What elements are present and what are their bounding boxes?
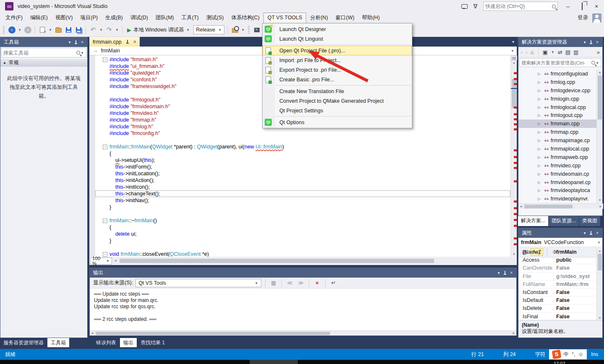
expand-arrow-icon[interactable]: ▷ [538, 80, 542, 84]
new-file-icon[interactable] [40, 27, 45, 33]
scrollbar-thumb[interactable] [598, 75, 602, 120]
menu-item[interactable]: QtQt Options [263, 117, 412, 127]
menubar-item-13[interactable]: 窗口(W) [332, 13, 358, 23]
configuration-select[interactable]: Release▾ [193, 25, 224, 34]
menu-item[interactable]: QtLaunch Qt Linguist [263, 34, 412, 44]
property-row[interactable]: FullNamefrmMain::frm [518, 281, 597, 289]
solution-tab-2[interactable]: 团队资源... [549, 216, 579, 226]
property-row[interactable]: IsFinalFalse [518, 313, 597, 321]
scrollbar-track[interactable] [511, 66, 517, 251]
window-tab-输出[interactable]: 输出 [120, 338, 137, 347]
code-line[interactable]: this->changeText(); [95, 190, 510, 197]
scroll-left-icon[interactable]: ◄ [519, 205, 523, 208]
restore-button[interactable] [578, 3, 586, 10]
file-item[interactable]: ▷++frmlogdevice.cpp [518, 86, 597, 95]
file-item[interactable]: ▷++frmconfigupload [518, 70, 597, 78]
solution-search-input[interactable] [521, 60, 591, 65]
solution-search[interactable]: ▾ [519, 58, 601, 67]
goto-message-icon[interactable]: ▦ [269, 280, 278, 286]
property-row[interactable]: IsConstantFalse [518, 289, 597, 296]
scroll-down-icon[interactable]: ▼ [511, 252, 517, 256]
pin-icon[interactable] [503, 270, 507, 276]
expand-arrow-icon[interactable]: ▷ [538, 72, 542, 76]
file-item[interactable]: ▷++frmlog.cpp [518, 78, 597, 86]
scroll-up-icon[interactable]: ▲ [597, 70, 603, 74]
code-line[interactable]: delete ui; [95, 231, 510, 237]
redo-icon[interactable]: ↷ [105, 25, 113, 35]
property-row[interactable]: IsDefaultFalse [518, 296, 597, 304]
file-item[interactable]: ▷++frmvideopanel.cp [518, 178, 597, 187]
fold-marker-icon[interactable] [102, 217, 109, 224]
window-position-icon[interactable]: ▾ [66, 40, 73, 44]
toolbar-grip[interactable] [3, 26, 5, 34]
toolbox-section-general[interactable]: ▲ 常规 [0, 58, 87, 67]
solution-explorer-header[interactable]: 解决方案资源管理器 ▾ × [518, 37, 602, 47]
expand-arrow-icon[interactable]: ▷ [538, 138, 542, 143]
object-dropdown-icon[interactable]: ▾ [598, 240, 600, 244]
find-in-files-icon[interactable] [232, 28, 238, 33]
sign-in-link[interactable]: 登录 [578, 14, 588, 21]
pin-icon[interactable] [589, 231, 593, 236]
expand-arrow-icon[interactable]: ▷ [538, 97, 542, 101]
scrollbar-thumb[interactable] [598, 254, 602, 270]
attach-process-icon[interactable] [254, 28, 260, 32]
code-line[interactable]: void frmMain::closeEvent(QCloseEvent *e) [95, 251, 510, 257]
file-item[interactable]: ▷++frmlogin.cpp [518, 95, 597, 103]
file-item[interactable]: ▷++frmvideo.cpp [518, 161, 597, 170]
ime-emoji-icon[interactable]: ☺ [578, 351, 584, 357]
back-dropdown-icon[interactable]: ▾ [18, 28, 22, 32]
code-line[interactable]: this->initLocation(); [95, 170, 510, 177]
navigate-back-icon[interactable]: ‹ [8, 26, 16, 34]
scroll-right-icon[interactable]: ► [512, 331, 515, 335]
filter-icon[interactable]: ∇ [474, 3, 477, 10]
menubar-item-12[interactable]: 分析(N) [306, 13, 331, 23]
toolbox-header[interactable]: 工具箱 ▾ × [0, 37, 87, 47]
save-all-icon[interactable] [76, 27, 81, 33]
tab-frmmain-cpp[interactable]: frmmain.cpp × [89, 37, 140, 47]
forward-icon[interactable]: › [526, 49, 527, 55]
code-line[interactable] [95, 244, 510, 251]
clear-all-icon[interactable]: × [313, 280, 321, 286]
property-row[interactable]: IsDeleteFalse [518, 304, 597, 312]
property-row[interactable]: (Name)frmMain [518, 248, 597, 256]
properties-header[interactable]: 属性 ▾ × [518, 228, 602, 238]
code-line[interactable]: } [95, 237, 510, 244]
file-item[interactable]: ▷++frmvideoplayloca [518, 186, 597, 195]
file-item[interactable]: ▷++frmmap.cpp [518, 128, 597, 136]
file-item[interactable]: ▷++frmloglocal.cpp [518, 103, 597, 112]
zoom-select[interactable]: 100 %▾ [90, 257, 112, 265]
feedback-icon[interactable] [461, 4, 468, 9]
toolbar-grip[interactable] [248, 26, 250, 34]
minimize-button[interactable]: – [564, 3, 572, 10]
sync-icon[interactable]: ⇄ [558, 49, 562, 55]
pending-changes-icon[interactable]: ▣ [543, 49, 548, 55]
expand-arrow-icon[interactable]: ▷ [538, 88, 542, 93]
scroll-up-icon[interactable]: ▲ [597, 249, 603, 253]
save-icon[interactable] [66, 27, 71, 33]
solution-vertical-scrollbar[interactable]: ▲ ▼ [596, 70, 602, 203]
menu-item[interactable]: Create New Translation File [263, 86, 412, 96]
window-position-icon[interactable]: ▾ [581, 40, 588, 44]
code-line[interactable]: frmMain::~frmMain() [95, 217, 510, 224]
close-tab-icon[interactable]: × [133, 39, 136, 45]
window-position-icon[interactable]: ▾ [581, 231, 588, 235]
show-all-files-icon[interactable]: ▥ [573, 49, 578, 55]
editor-horizontal-scrollbar[interactable]: ◄ [113, 258, 516, 264]
ime-punctuation[interactable]: °, [572, 351, 575, 357]
scroll-down-icon[interactable]: ▼ [597, 198, 603, 202]
quick-launch[interactable] [483, 2, 558, 11]
undo-dropdown-icon[interactable]: ▾ [99, 28, 103, 32]
menubar-item-7[interactable]: 团队(M) [152, 13, 178, 23]
back-icon[interactable]: ‹ [521, 49, 523, 55]
expand-arrow-icon[interactable]: ▷ [538, 105, 542, 109]
property-row[interactable]: CanOverrideFalse [518, 264, 597, 272]
fold-marker-icon[interactable] [102, 56, 109, 63]
next-message-icon[interactable]: ≫ [297, 280, 305, 286]
fold-marker-icon[interactable] [102, 143, 109, 150]
toolbar-overflow-icon[interactable]: » [597, 49, 600, 55]
window-position-icon[interactable]: ▾ [495, 270, 502, 275]
sogou-input-icon[interactable]: S [552, 350, 561, 359]
tab-list-dropdown-icon[interactable]: ▾ [512, 39, 514, 44]
toolbox-search-input[interactable] [3, 50, 76, 56]
close-button[interactable]: × [592, 3, 601, 10]
